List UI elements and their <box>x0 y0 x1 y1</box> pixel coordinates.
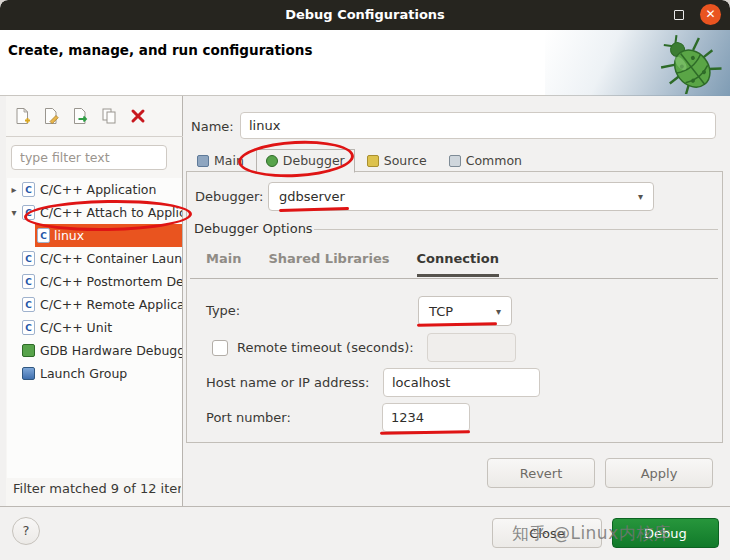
debugger-label: Debugger: <box>195 182 264 211</box>
export-configuration-icon[interactable] <box>69 106 90 127</box>
debug-configurations-dialog: Debug Configurations ✕ Create, manage, a… <box>0 0 730 560</box>
debugger-select-value: gdbserver <box>279 189 345 204</box>
tab-common[interactable]: Common <box>439 149 532 172</box>
tree-item-ccpp-attach[interactable]: ▾ C C/C++ Attach to Application <box>7 201 182 224</box>
c-cpp-icon: C <box>22 251 35 266</box>
gdb-hardware-icon <box>22 344 35 357</box>
tree-item-label: C/C++ Container Launcher <box>40 251 182 266</box>
remote-timeout-checkbox[interactable] <box>212 340 228 356</box>
debugger-tab-icon <box>266 155 278 167</box>
tree-item-label: C/C++ Unit <box>40 320 112 335</box>
common-tab-icon <box>449 155 461 167</box>
tree-item-label: C/C++ Attach to Application <box>40 205 182 220</box>
tree-item-ccpp-postmortem[interactable]: C C/C++ Postmortem Debugger <box>7 270 182 293</box>
sidebar-toolbar <box>11 103 148 129</box>
connection-type-value: TCP <box>429 304 453 319</box>
help-button[interactable]: ? <box>12 517 40 545</box>
tree-item-label: Launch Group <box>40 366 127 381</box>
expander-expanded-icon[interactable]: ▾ <box>7 207 21 218</box>
close-window-button[interactable]: ✕ <box>700 4 721 25</box>
tree-item-ccpp-application[interactable]: ▸ C C/C++ Application <box>7 178 182 201</box>
chevron-down-icon: ▾ <box>496 306 501 317</box>
restore-icon[interactable] <box>674 10 684 20</box>
remote-timeout-label: Remote timeout (seconds): <box>237 333 414 362</box>
revert-button[interactable]: Revert <box>487 458 595 488</box>
main-tab-icon <box>197 155 209 167</box>
inner-tabs-rule <box>190 278 718 279</box>
connection-type-label: Type: <box>206 296 240 325</box>
config-tabs: Main Debugger Source Common <box>187 148 532 172</box>
expander-collapsed-icon[interactable]: ▸ <box>7 184 21 195</box>
c-cpp-unit-icon: C <box>22 320 35 335</box>
debugger-options-tabs: Main Shared Libraries Connection <box>206 251 499 277</box>
debugger-options-group-title: Debugger Options <box>194 221 313 236</box>
bug-illustration-icon <box>654 32 722 94</box>
apply-button[interactable]: Apply <box>605 458 713 488</box>
footer-divider <box>0 506 730 507</box>
remote-timeout-input[interactable] <box>427 333 516 362</box>
close-button[interactable]: Close <box>492 518 602 548</box>
titlebar: Debug Configurations ✕ <box>0 0 730 30</box>
c-cpp-icon: C <box>22 297 35 312</box>
tab-source[interactable]: Source <box>357 149 437 172</box>
tab-label: Debugger <box>283 153 345 168</box>
delete-configuration-icon[interactable] <box>127 106 148 127</box>
host-label: Host name or IP address: <box>206 368 369 397</box>
name-input[interactable] <box>240 112 716 139</box>
tab-connection[interactable]: Connection <box>417 251 499 277</box>
filter-match-status: Filter matched 9 of 12 items <box>13 481 181 496</box>
tree-item-label: C/C++ Postmortem Debugger <box>40 274 182 289</box>
c-cpp-icon: C <box>22 205 35 220</box>
window-title: Debug Configurations <box>0 0 730 30</box>
debug-button[interactable]: Debug <box>612 518 719 548</box>
new-prototype-icon[interactable] <box>40 106 61 127</box>
tree-item-ccpp-remote[interactable]: C C/C++ Remote Application <box>7 293 182 316</box>
duplicate-configuration-icon[interactable] <box>98 106 119 127</box>
toolbar-divider <box>6 136 183 137</box>
connection-type-select[interactable]: TCP ▾ <box>418 296 512 326</box>
tree-item-ccpp-container[interactable]: C C/C++ Container Launcher <box>7 247 182 270</box>
c-cpp-icon: C <box>37 228 50 243</box>
port-label: Port number: <box>206 403 291 432</box>
source-tab-icon <box>367 155 379 167</box>
tree-item-linux[interactable]: C linux <box>7 224 182 247</box>
chevron-down-icon: ▾ <box>638 191 643 202</box>
launch-config-sidebar: ▸ C C/C++ Application ▾ C C/C++ Attach t… <box>6 96 183 506</box>
tree-item-label: C/C++ Remote Application <box>40 297 182 312</box>
new-configuration-icon[interactable] <box>11 106 32 127</box>
tab-label: Common <box>466 153 522 168</box>
selected-row-highlight: C linux <box>35 224 182 247</box>
tree-item-label: GDB Hardware Debugging <box>40 343 182 358</box>
host-input[interactable] <box>383 368 540 397</box>
page-title: Create, manage, and run configurations <box>8 42 312 58</box>
port-input[interactable] <box>382 403 470 432</box>
tab-shared-libraries[interactable]: Shared Libraries <box>268 251 389 277</box>
filter-input[interactable] <box>11 145 167 170</box>
c-cpp-icon: C <box>22 274 35 289</box>
tree-item-label: C/C++ Application <box>40 182 156 197</box>
tab-main[interactable]: Main <box>187 149 254 172</box>
tab-debugger-main[interactable]: Main <box>206 251 241 277</box>
tab-debugger[interactable]: Debugger <box>256 149 355 173</box>
tree-item-launch-group[interactable]: Launch Group <box>7 362 182 385</box>
tab-label: Source <box>384 153 427 168</box>
configuration-tree: ▸ C C/C++ Application ▾ C C/C++ Attach t… <box>7 178 182 478</box>
group-title-rule <box>314 229 718 230</box>
dialog-header: Create, manage, and run configurations <box>0 30 730 96</box>
launch-group-icon <box>22 367 35 380</box>
c-cpp-icon: C <box>22 182 35 197</box>
tree-item-label: linux <box>54 228 84 243</box>
tab-label: Main <box>214 153 244 168</box>
debugger-select[interactable]: gdbserver ▾ <box>268 182 654 211</box>
name-label: Name: <box>191 112 234 141</box>
tree-item-gdb-hardware[interactable]: GDB Hardware Debugging <box>7 339 182 362</box>
tree-item-ccpp-unit[interactable]: C C/C++ Unit <box>7 316 182 339</box>
close-icon: ✕ <box>705 7 715 21</box>
